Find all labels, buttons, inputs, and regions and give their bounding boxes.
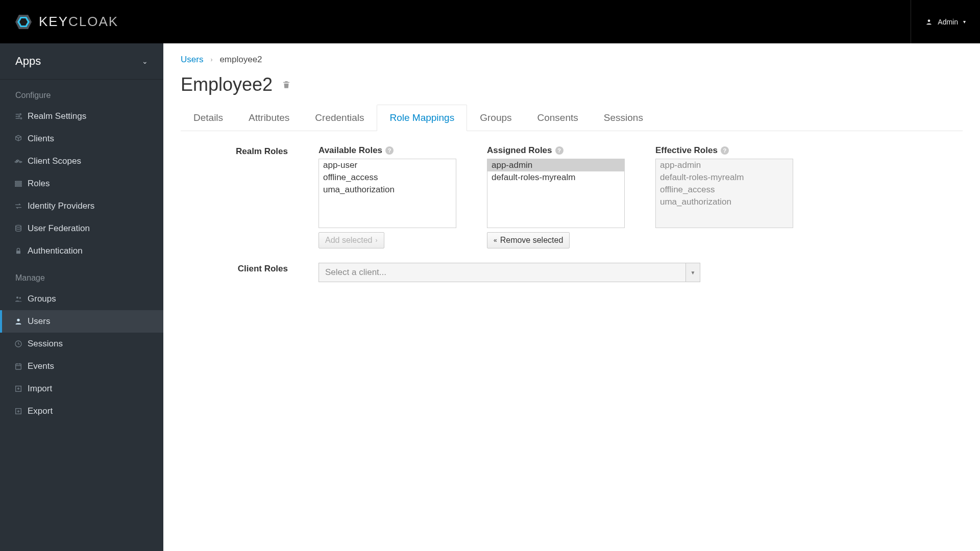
chevron-down-icon: ⌄	[142, 57, 148, 65]
tab-attributes[interactable]: Attributes	[236, 105, 302, 131]
sidebar-item-users[interactable]: Users	[0, 310, 163, 333]
realm-roles-label: Realm Roles	[181, 145, 318, 157]
svg-point-4	[20, 114, 21, 115]
sidebar-item-sessions[interactable]: Sessions	[0, 333, 163, 355]
svg-rect-16	[16, 364, 21, 369]
tab-groups[interactable]: Groups	[467, 105, 524, 131]
tab-details[interactable]: Details	[181, 105, 236, 131]
sidebar: Apps ⌄ Configure Realm Settings Clients …	[0, 43, 163, 551]
lock-icon	[14, 247, 23, 255]
list-item[interactable]: app-user	[319, 159, 456, 171]
sidebar-nav-configure: Realm Settings Clients Client Scopes Rol…	[0, 105, 163, 262]
list-item: app-admin	[656, 159, 793, 171]
user-icon	[14, 317, 23, 325]
sidebar-item-client-scopes[interactable]: Client Scopes	[0, 150, 163, 172]
delete-user-button[interactable]	[282, 80, 291, 90]
svg-point-12	[16, 296, 18, 298]
list-item: uma_authorization	[656, 196, 793, 208]
list-item[interactable]: offline_access	[319, 171, 456, 184]
sidebar-item-export[interactable]: Export	[0, 400, 163, 422]
breadcrumb-root[interactable]: Users	[181, 55, 203, 65]
user-label: Admin	[938, 18, 958, 26]
tab-role-mappings[interactable]: Role Mappings	[377, 105, 467, 131]
svg-point-3	[928, 19, 930, 22]
cube-icon	[14, 135, 23, 143]
brand-text: KEYCLOAK	[39, 14, 118, 30]
user-icon	[925, 18, 933, 26]
list-item: offline_access	[656, 184, 793, 196]
sidebar-item-authentication[interactable]: Authentication	[0, 240, 163, 262]
client-select[interactable]: Select a client...	[318, 263, 686, 282]
sidebar-item-roles[interactable]: Roles	[0, 172, 163, 195]
chevron-right-icon: ›	[210, 56, 212, 63]
tab-sessions[interactable]: Sessions	[591, 105, 656, 131]
svg-point-5	[18, 116, 20, 117]
sidebar-item-clients[interactable]: Clients	[0, 128, 163, 150]
tab-credentials[interactable]: Credentials	[302, 105, 377, 131]
assigned-roles-title: Assigned Roles	[487, 145, 552, 156]
help-icon[interactable]: ?	[721, 146, 729, 155]
brand[interactable]: KEYCLOAK	[14, 13, 118, 31]
tab-consents[interactable]: Consents	[525, 105, 591, 131]
effective-roles-list: app-admin default-roles-myrealm offline_…	[655, 159, 793, 228]
breadcrumb: Users › employee2	[181, 55, 963, 65]
client-select-placeholder: Select a client...	[325, 267, 386, 278]
remove-selected-button[interactable]: «Remove selected	[487, 232, 570, 248]
list-item[interactable]: default-roles-myrealm	[487, 171, 624, 184]
breadcrumb-current: employee2	[219, 55, 262, 65]
brand-logo-icon	[14, 13, 33, 31]
database-icon	[14, 224, 23, 233]
caret-down-icon: ▼	[691, 270, 696, 276]
add-selected-button[interactable]: Add selected›	[318, 232, 384, 248]
topbar: KEYCLOAK Admin ▾	[0, 0, 980, 43]
sliders-icon	[14, 112, 23, 120]
help-icon[interactable]: ?	[555, 146, 564, 155]
realm-name: Apps	[15, 55, 41, 68]
export-icon	[14, 407, 23, 415]
users-icon	[14, 295, 23, 303]
svg-rect-11	[16, 251, 20, 254]
clock-icon	[14, 340, 23, 348]
content: Users › employee2 Employee2 Details Attr…	[163, 43, 980, 551]
svg-point-6	[20, 118, 22, 119]
sidebar-item-groups[interactable]: Groups	[0, 288, 163, 310]
sidebar-item-events[interactable]: Events	[0, 355, 163, 378]
tabs: Details Attributes Credentials Role Mapp…	[181, 105, 963, 131]
sidebar-item-import[interactable]: Import	[0, 378, 163, 400]
client-roles-label: Client Roles	[181, 263, 318, 274]
list-item[interactable]: uma_authorization	[319, 184, 456, 196]
chevron-left-icon: «	[494, 237, 497, 244]
import-icon	[14, 385, 23, 393]
svg-rect-9	[15, 185, 21, 186]
user-menu[interactable]: Admin ▾	[911, 0, 966, 43]
list-item[interactable]: app-admin	[487, 159, 624, 171]
chevron-right-icon: ›	[376, 237, 378, 244]
page-title: Employee2	[181, 74, 273, 95]
chevron-down-icon: ▾	[963, 19, 966, 24]
exchange-icon	[14, 202, 23, 210]
svg-point-13	[19, 297, 21, 298]
calendar-icon	[14, 362, 23, 370]
sidebar-section-manage: Manage	[0, 262, 163, 288]
list-item: default-roles-myrealm	[656, 171, 793, 184]
realm-selector[interactable]: Apps ⌄	[0, 43, 163, 80]
sidebar-item-realm-settings[interactable]: Realm Settings	[0, 105, 163, 128]
available-roles-title: Available Roles	[318, 145, 382, 156]
help-icon[interactable]: ?	[385, 146, 394, 155]
sidebar-section-configure: Configure	[0, 80, 163, 105]
svg-rect-8	[15, 183, 21, 184]
available-roles-list[interactable]: app-user offline_access uma_authorizatio…	[318, 159, 456, 228]
svg-point-10	[16, 225, 21, 227]
sidebar-item-identity-providers[interactable]: Identity Providers	[0, 195, 163, 217]
sidebar-nav-manage: Groups Users Sessions Events Import Expo…	[0, 288, 163, 422]
assigned-roles-list[interactable]: app-admin default-roles-myrealm	[487, 159, 625, 228]
sidebar-item-user-federation[interactable]: User Federation	[0, 217, 163, 240]
svg-rect-7	[15, 181, 21, 182]
list-icon	[14, 180, 23, 188]
svg-point-14	[17, 319, 19, 321]
cubes-icon	[14, 157, 23, 165]
client-select-toggle[interactable]: ▼	[686, 263, 700, 282]
effective-roles-title: Effective Roles	[655, 145, 718, 156]
